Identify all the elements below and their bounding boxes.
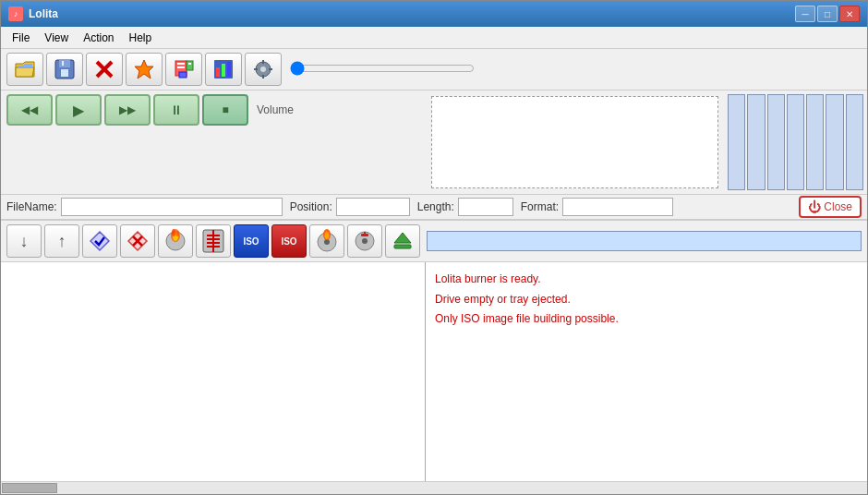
eject-button[interactable] bbox=[385, 224, 420, 258]
filename-value[interactable] bbox=[61, 198, 283, 216]
pause-button[interactable]: ⏸ bbox=[153, 94, 199, 126]
length-label: Length: bbox=[417, 200, 454, 213]
svg-marker-49 bbox=[394, 233, 411, 243]
info-bar: FileName: Position: Length: Format: ⏻ Cl… bbox=[1, 194, 867, 220]
svg-point-33 bbox=[172, 229, 175, 236]
erase-button[interactable] bbox=[120, 224, 155, 258]
playlist-area[interactable] bbox=[1, 262, 426, 481]
filename-label: FileName: bbox=[6, 200, 57, 213]
menu-view[interactable]: View bbox=[37, 30, 76, 46]
close-button-area: ⏻ Close bbox=[799, 196, 862, 218]
transport-section: ◀◀ ▶ ▶▶ ⏸ ■ Volume bbox=[1, 91, 426, 194]
equalizer-button[interactable] bbox=[205, 53, 242, 86]
status-message-3: Only ISO image file building possible. bbox=[435, 309, 858, 330]
fast-forward-button[interactable]: ▶▶ bbox=[104, 94, 151, 126]
volume-label: Volume bbox=[257, 103, 294, 116]
svg-rect-24 bbox=[254, 68, 258, 70]
svg-marker-26 bbox=[90, 232, 109, 250]
maximize-button[interactable]: □ bbox=[817, 6, 838, 22]
open-button[interactable] bbox=[6, 53, 43, 86]
svg-rect-22 bbox=[262, 60, 264, 64]
length-value[interactable] bbox=[458, 198, 513, 216]
menu-file[interactable]: File bbox=[5, 30, 37, 46]
slider-container bbox=[290, 61, 862, 78]
level-meters bbox=[724, 91, 867, 194]
position-label: Position: bbox=[290, 200, 332, 213]
meter-3 bbox=[767, 94, 785, 190]
settings-button[interactable] bbox=[245, 53, 282, 86]
svg-marker-9 bbox=[135, 60, 153, 78]
iso-read-button[interactable]: ISO bbox=[271, 224, 307, 258]
waveform-display bbox=[431, 96, 718, 188]
save-button[interactable] bbox=[46, 53, 83, 86]
svg-point-21 bbox=[260, 66, 266, 72]
menu-help[interactable]: Help bbox=[122, 30, 160, 46]
length-field: Length: bbox=[417, 198, 513, 216]
title-bar: ♪ Lolita ─ □ ✕ bbox=[1, 1, 867, 27]
svg-rect-47 bbox=[361, 234, 368, 236]
svg-marker-1 bbox=[16, 67, 34, 77]
status-message-1: Lolita burner is ready. bbox=[435, 270, 858, 290]
svg-rect-19 bbox=[227, 62, 231, 77]
meter-4 bbox=[787, 94, 804, 190]
filename-field: FileName: bbox=[6, 198, 283, 216]
verify-button[interactable] bbox=[82, 224, 117, 258]
svg-rect-18 bbox=[222, 64, 225, 77]
svg-rect-5 bbox=[61, 69, 68, 77]
play-button[interactable]: ▶ bbox=[55, 94, 102, 126]
svg-point-34 bbox=[175, 231, 179, 236]
burner-toolbar: ↓ ↑ ISO ISO bbox=[1, 220, 867, 262]
disc-burn-button[interactable] bbox=[309, 224, 344, 258]
position-field: Position: bbox=[290, 198, 410, 216]
explode-button[interactable] bbox=[126, 53, 163, 86]
svg-rect-12 bbox=[177, 66, 185, 68]
format-field: Format: bbox=[521, 198, 673, 216]
title-bar-left: ♪ Lolita bbox=[8, 6, 58, 21]
scrollbar-thumb[interactable] bbox=[2, 483, 57, 493]
window-controls: ─ □ ✕ bbox=[795, 6, 860, 22]
stop-button[interactable]: ■ bbox=[202, 94, 248, 126]
status-area: Lolita burner is ready. Drive empty or t… bbox=[426, 262, 867, 481]
burner-right: Lolita burner is ready. Drive empty or t… bbox=[426, 262, 867, 481]
move-up-button[interactable]: ↑ bbox=[44, 224, 79, 258]
iso-write-label: ISO bbox=[243, 236, 259, 247]
close-window-button[interactable]: ✕ bbox=[839, 6, 860, 22]
rewind-button[interactable]: ◀◀ bbox=[6, 94, 53, 126]
svg-rect-13 bbox=[187, 61, 193, 70]
horizontal-scrollbar[interactable] bbox=[1, 481, 867, 494]
svg-rect-14 bbox=[188, 63, 191, 65]
svg-rect-23 bbox=[262, 75, 264, 78]
svg-rect-11 bbox=[177, 63, 185, 65]
menu-action[interactable]: Action bbox=[76, 30, 121, 46]
close-button[interactable]: ⏻ Close bbox=[799, 196, 862, 218]
main-window: ♪ Lolita ─ □ ✕ File View Action Help bbox=[0, 0, 868, 495]
minimize-button[interactable]: ─ bbox=[795, 6, 815, 22]
burn-button[interactable] bbox=[158, 224, 193, 258]
delete-button[interactable] bbox=[86, 53, 123, 86]
extract-button[interactable] bbox=[196, 224, 231, 258]
svg-rect-15 bbox=[179, 72, 187, 78]
position-value[interactable] bbox=[336, 198, 410, 216]
transport-controls: ◀◀ ▶ ▶▶ ⏸ ■ Volume bbox=[1, 91, 426, 129]
svg-rect-25 bbox=[269, 68, 272, 70]
content-area: Lolita burner is ready. Drive empty or t… bbox=[1, 262, 867, 481]
iso-read-label: ISO bbox=[281, 236, 296, 247]
volume-slider[interactable] bbox=[290, 61, 475, 76]
iso-write-button[interactable]: ISO bbox=[234, 224, 269, 258]
close-button-label: Close bbox=[824, 200, 852, 213]
progress-bar bbox=[427, 231, 862, 251]
move-down-button[interactable]: ↓ bbox=[6, 224, 42, 258]
disc-read-button[interactable] bbox=[347, 224, 382, 258]
power-icon: ⏻ bbox=[808, 199, 821, 214]
app-icon: ♪ bbox=[8, 6, 23, 21]
meter-7 bbox=[846, 94, 863, 190]
svg-point-44 bbox=[325, 232, 330, 239]
svg-rect-17 bbox=[216, 67, 220, 77]
edit-button[interactable] bbox=[165, 53, 202, 86]
svg-rect-6 bbox=[62, 61, 64, 66]
format-value[interactable] bbox=[562, 198, 673, 216]
format-label: Format: bbox=[521, 200, 559, 213]
meter-5 bbox=[806, 94, 824, 190]
svg-rect-4 bbox=[59, 60, 70, 67]
svg-rect-50 bbox=[394, 245, 411, 248]
